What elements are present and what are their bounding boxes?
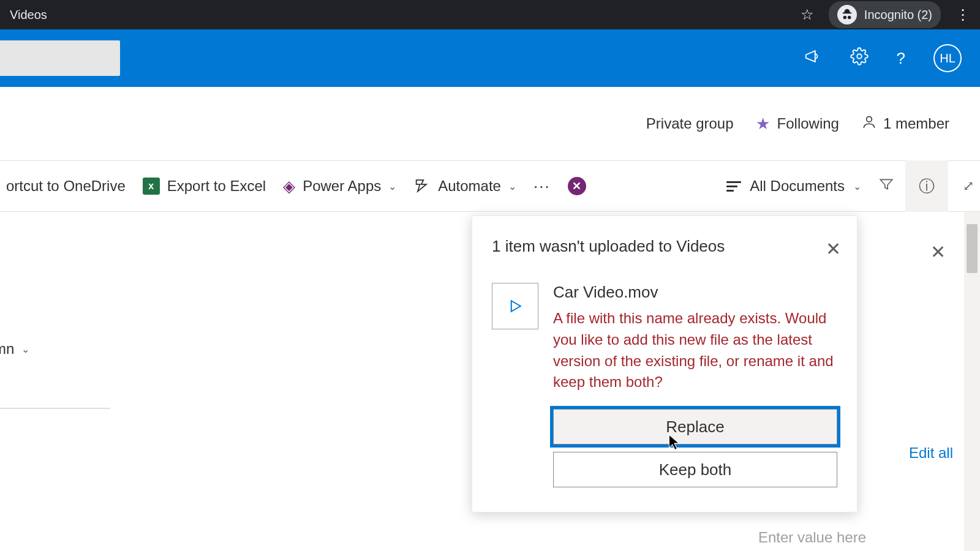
cmd-label: Export to Excel xyxy=(167,178,266,195)
megaphone-icon[interactable] xyxy=(804,47,822,70)
chevron-down-icon: ⌄ xyxy=(853,181,861,192)
cmd-label: Automate xyxy=(438,178,501,195)
powerapps-icon: ◈ xyxy=(283,177,295,196)
info-panel-toggle[interactable]: ⓘ xyxy=(905,160,948,212)
vertical-scrollbar[interactable] xyxy=(964,212,980,551)
add-column-header[interactable]: mn ⌄ xyxy=(0,340,29,358)
conflict-message: A file with this name already exists. Wo… xyxy=(553,308,837,393)
list-icon xyxy=(726,181,741,192)
dialog-close-button[interactable]: ✕ xyxy=(826,238,841,260)
browser-tab-title: Videos xyxy=(10,8,47,22)
following-toggle[interactable]: ★ Following xyxy=(756,114,839,133)
content-area: mn ⌄ ✕ Edit all Enter value here 1 item … xyxy=(0,212,980,551)
chevron-down-icon: ⌄ xyxy=(21,343,29,355)
scrollbar-thumb[interactable] xyxy=(967,224,978,273)
svg-marker-2 xyxy=(511,301,521,312)
automate-button[interactable]: Automate ⌄ xyxy=(413,176,516,197)
gear-icon[interactable] xyxy=(850,47,869,70)
upload-conflict-dialog: 1 item wasn't uploaded to Videos ✕ Car V… xyxy=(472,216,858,512)
incognito-badge[interactable]: Incognito (2) xyxy=(829,1,941,28)
group-info-row: Private group ★ Following 1 member xyxy=(0,87,980,160)
incognito-label: Incognito (2) xyxy=(864,8,932,22)
more-commands-button[interactable]: ··· xyxy=(533,177,551,196)
svg-point-0 xyxy=(857,54,862,59)
command-bar: ortcut to OneDrive x Export to Excel ◈ P… xyxy=(0,160,980,212)
avatar-initials: HL xyxy=(940,51,956,66)
property-placeholder[interactable]: Enter value here xyxy=(758,529,866,546)
following-label: Following xyxy=(777,115,839,132)
shortcut-onedrive-button[interactable]: ortcut to OneDrive xyxy=(6,178,126,195)
incognito-icon xyxy=(837,5,857,24)
expand-icon[interactable]: ⤢ xyxy=(963,178,974,194)
power-apps-button[interactable]: ◈ Power Apps ⌄ xyxy=(283,177,396,196)
close-panel-button[interactable]: ✕ xyxy=(930,241,946,263)
filter-icon[interactable] xyxy=(878,176,894,196)
video-file-icon xyxy=(492,283,538,329)
excel-icon: x xyxy=(143,178,160,195)
column-label: mn xyxy=(0,340,14,358)
members-label: 1 member xyxy=(883,115,949,132)
automate-icon xyxy=(413,176,431,197)
svg-point-1 xyxy=(867,116,872,122)
chevron-down-icon: ⌄ xyxy=(508,181,516,192)
search-input[interactable] xyxy=(0,40,120,76)
browser-chrome: Videos ☆ Incognito (2) ⋮ xyxy=(0,0,980,29)
sharepoint-header: ? HL xyxy=(0,29,980,87)
view-selector[interactable]: All Documents ⌄ xyxy=(726,178,861,195)
chevron-down-icon: ⌄ xyxy=(388,181,396,192)
members-link[interactable]: 1 member xyxy=(861,114,949,133)
user-avatar[interactable]: HL xyxy=(933,44,962,72)
group-privacy: Private group xyxy=(646,115,734,132)
cmd-label: Power Apps xyxy=(303,178,381,195)
browser-menu-icon[interactable]: ⋮ xyxy=(956,6,970,23)
star-filled-icon: ★ xyxy=(756,114,770,133)
help-icon[interactable]: ? xyxy=(897,49,905,68)
replace-button[interactable]: Replace xyxy=(553,409,837,444)
edit-all-link[interactable]: Edit all xyxy=(909,444,953,462)
cmd-label: ortcut to OneDrive xyxy=(6,178,126,195)
bookmark-star-icon[interactable]: ☆ xyxy=(801,6,814,23)
divider xyxy=(0,408,110,409)
view-label: All Documents xyxy=(750,178,845,195)
conflict-file-name: Car Video.mov xyxy=(553,283,837,302)
cancel-upload-button[interactable]: ✕ xyxy=(568,177,586,195)
keep-both-button[interactable]: Keep both xyxy=(553,452,837,487)
dialog-title: 1 item wasn't uploaded to Videos xyxy=(492,237,837,256)
export-excel-button[interactable]: x Export to Excel xyxy=(143,178,266,195)
person-icon xyxy=(861,114,877,133)
